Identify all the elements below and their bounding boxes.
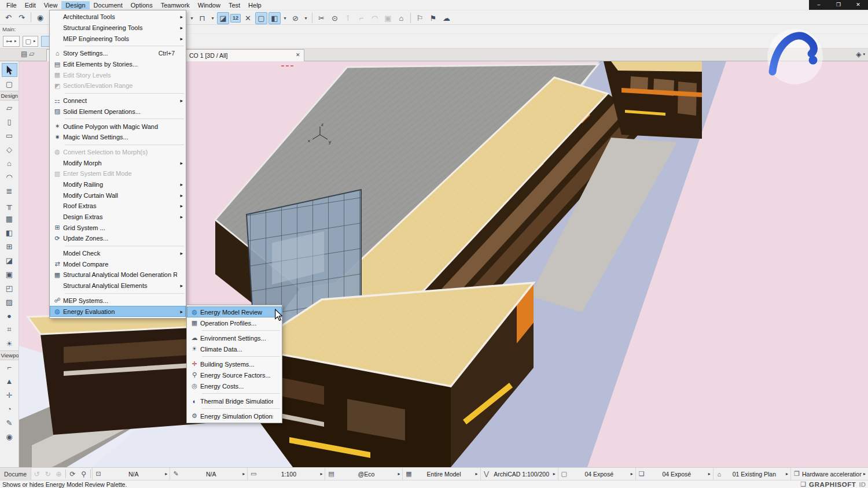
restore-button[interactable]: ❐ bbox=[829, 0, 848, 10]
lock-dropdown-arrow-icon[interactable]: ▾ bbox=[209, 12, 216, 24]
dropdown-arrow-icon[interactable]: ▾ bbox=[189, 12, 195, 24]
undo-icon[interactable]: ↶ bbox=[2, 12, 14, 24]
menu-item-solid-element-operations[interactable]: ▨Solid Element Operations... bbox=[50, 106, 186, 117]
object-tool[interactable]: ⌗ bbox=[2, 323, 17, 337]
slab-tool[interactable]: ◇ bbox=[2, 142, 17, 156]
wall-tool[interactable]: ▱ bbox=[2, 101, 17, 114]
pick-up-parameters-icon[interactable]: ◉ bbox=[34, 12, 46, 24]
mesh-tool[interactable]: ▨ bbox=[2, 295, 17, 309]
menu-item-structural-engineering-tools[interactable]: Structural Engineering Tools▸ bbox=[50, 23, 186, 34]
lamp-tool[interactable]: ☀ bbox=[2, 337, 17, 350]
menubar-item-help[interactable]: Help bbox=[244, 1, 266, 9]
explore-model-icon[interactable]: ⚲ bbox=[78, 470, 89, 478]
menu-item-magic-wand-settings[interactable]: ✷Magic Wand Settings... bbox=[50, 132, 186, 143]
section-tool[interactable]: ⌐ bbox=[2, 360, 17, 374]
menu-item-design-extras[interactable]: Design Extras▸ bbox=[50, 212, 186, 223]
menu-item-mep-systems[interactable]: ☍MEP Systems... bbox=[50, 295, 186, 306]
menu-item-structural-analytical-model-generation-rules[interactable]: ▦Structural Analytical Model Generation … bbox=[50, 269, 186, 280]
window-tool[interactable]: ⊞ bbox=[2, 239, 17, 253]
3d-window-dropdown-arrow-icon[interactable]: ▾ bbox=[863, 52, 865, 57]
renovation-filter-selector[interactable]: ⌂01 Existing Plan▸ bbox=[713, 468, 790, 480]
filter-elements-in-3d-icon[interactable]: ⊘ bbox=[289, 12, 301, 24]
menu-item-model-compare[interactable]: ⇄Model Compare bbox=[50, 258, 186, 269]
popup-arrow-icon[interactable]: ▸ bbox=[707, 471, 712, 476]
worksheet-tool[interactable]: ◔ bbox=[2, 402, 17, 416]
menu-item-edit-elements-by-stories[interactable]: ▤Edit Elements by Stories... bbox=[50, 59, 186, 70]
menu-item-energy-simulation-options[interactable]: ⚙Energy Simulation Options... bbox=[187, 411, 282, 422]
menubar-item-test[interactable]: Test bbox=[225, 1, 244, 9]
filter-dropdown-arrow-icon[interactable]: ▾ bbox=[303, 12, 309, 24]
tab-close-icon[interactable]: ✕ bbox=[296, 52, 300, 58]
menubar-item-teamwork[interactable]: Teamwork bbox=[157, 1, 194, 9]
partial-structure-display-selector[interactable]: ▦Entire Model▸ bbox=[402, 468, 480, 480]
menu-item-mep-engineering-tools[interactable]: MEP Engineering Tools▸ bbox=[50, 33, 186, 44]
menubar-item-options[interactable]: Options bbox=[127, 1, 157, 9]
model-view-options-selector[interactable]: ▢04 Exposé▸ bbox=[558, 468, 635, 480]
menu-item-energy-evaluation[interactable]: ◍Energy Evaluation▸ bbox=[50, 306, 186, 317]
menubar-item-document[interactable]: Document bbox=[90, 1, 127, 9]
adjust-icon[interactable]: ⊙ bbox=[329, 12, 341, 24]
menubar-item-file[interactable]: File bbox=[2, 1, 21, 9]
close-button[interactable]: ✕ bbox=[848, 0, 868, 10]
beam-tool[interactable]: ▭ bbox=[2, 128, 17, 142]
roof-tool[interactable]: ⌂ bbox=[2, 156, 17, 170]
menu-item-energy-model-review[interactable]: ◍Energy Model Review bbox=[187, 306, 282, 317]
pen-set-selector-selector[interactable]: ⋁ArchiCAD 1:100/200▸ bbox=[480, 468, 558, 480]
menubar-item-window[interactable]: Window bbox=[194, 1, 225, 9]
menu-item-model-check[interactable]: Model Check▸ bbox=[50, 248, 186, 259]
menu-item-energy-costs[interactable]: ◎Energy Costs... bbox=[187, 380, 282, 391]
3d-style-selector[interactable]: ❐Hardware acceleration ...▸ bbox=[790, 468, 868, 480]
redo-icon[interactable]: ↷ bbox=[16, 12, 28, 24]
marquee-tool[interactable]: ▢ bbox=[2, 77, 17, 91]
layer-combination-selector[interactable]: ▤@Eco▸ bbox=[325, 468, 402, 480]
menubar-item-edit[interactable]: Edit bbox=[21, 1, 40, 9]
menu-item-climate-data[interactable]: ☀Climate Data... bbox=[187, 343, 282, 354]
menu-item-thermal-bridge-simulation[interactable]: ◐Thermal Bridge Simulation... bbox=[187, 395, 282, 406]
railing-tool[interactable]: ╥ bbox=[2, 198, 17, 212]
menu-item-energy-source-factors[interactable]: ⚲Energy Source Factors... bbox=[187, 369, 282, 380]
stair-tool[interactable]: ≣ bbox=[2, 184, 17, 198]
split-icon[interactable]: ✂ bbox=[315, 12, 328, 24]
popup-arrow-icon[interactable]: ▸ bbox=[396, 471, 402, 476]
menu-item-structural-analytical-elements[interactable]: Structural Analytical Elements▸ bbox=[50, 280, 186, 291]
selection-method-button[interactable]: ▢▸ bbox=[23, 36, 39, 47]
menu-item-modify-morph[interactable]: Modify Morph▸ bbox=[50, 157, 186, 168]
popup-arrow-icon[interactable]: ▸ bbox=[629, 471, 635, 476]
popup-arrow-icon[interactable]: ▸ bbox=[241, 471, 247, 476]
menu-item-modify-railing[interactable]: Modify Railing▸ bbox=[50, 179, 186, 190]
skylight-tool[interactable]: ◪ bbox=[2, 253, 17, 267]
menu-item-grid-system[interactable]: ⊞Grid System ... bbox=[50, 222, 186, 233]
popup-arrow-icon[interactable]: ▸ bbox=[862, 471, 867, 476]
3d-cutaway-dropdown-arrow-icon[interactable]: ▾ bbox=[282, 12, 288, 24]
menu-item-update-zones[interactable]: ⟳Update Zones... bbox=[50, 233, 186, 244]
marquee-display-icon[interactable]: ▢ bbox=[255, 12, 267, 24]
3d-window-settings-icon[interactable]: ◈ bbox=[856, 50, 861, 58]
popup-arrow-icon[interactable]: ▸ bbox=[551, 471, 557, 476]
menu-item-operation-profiles[interactable]: ▦Operation Profiles... bbox=[187, 317, 282, 328]
opening-tool[interactable]: ▣ bbox=[2, 267, 17, 281]
3d-document-tool[interactable]: ✎ bbox=[2, 416, 17, 430]
menu-item-connect[interactable]: ⚏Connect▸ bbox=[50, 95, 186, 106]
3d-cutaway-icon[interactable]: ◧ bbox=[269, 12, 281, 24]
menu-item-roof-extras[interactable]: Roof Extras▸ bbox=[50, 201, 186, 212]
camera-tool[interactable]: ◉ bbox=[2, 430, 17, 443]
pop-up-navigator-icon[interactable]: ▱ bbox=[29, 50, 34, 58]
quick-options-icon[interactable]: ▤ bbox=[21, 50, 27, 58]
elevation-tool[interactable]: ▲ bbox=[2, 374, 17, 388]
minimize-button[interactable]: – bbox=[809, 0, 829, 10]
stretch-icon[interactable]: ✕ bbox=[242, 12, 254, 24]
morph-tool[interactable]: ● bbox=[2, 309, 17, 323]
popup-arrow-icon[interactable]: ▸ bbox=[163, 471, 169, 476]
edit-base-icon[interactable]: ⌂ bbox=[395, 12, 407, 24]
arrow-tool[interactable] bbox=[2, 63, 17, 77]
graphic-override-selector[interactable]: ❏04 Exposé▸ bbox=[635, 468, 713, 480]
detail-tool[interactable]: ✛ bbox=[2, 388, 17, 402]
popup-arrow-icon[interactable]: ▸ bbox=[318, 471, 324, 476]
column-tool[interactable]: ▯ bbox=[2, 114, 17, 128]
door-tool[interactable]: ◧ bbox=[2, 225, 17, 239]
popup-arrow-icon[interactable]: ▸ bbox=[784, 471, 790, 476]
popup-arrow-icon[interactable]: ▸ bbox=[474, 471, 480, 476]
menu-item-story-settings[interactable]: ⌂Story Settings...Ctrl+7 bbox=[50, 48, 186, 59]
zoom-setting-selector[interactable]: ⊡N/A▸ bbox=[92, 468, 170, 480]
menubar-item-design[interactable]: Design bbox=[61, 1, 89, 9]
